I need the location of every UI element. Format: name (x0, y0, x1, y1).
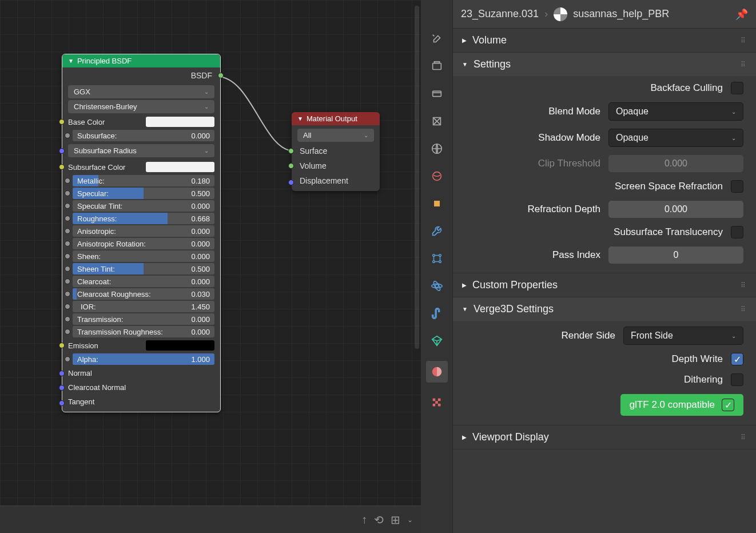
scene-icon[interactable] (429, 141, 444, 156)
particles-icon[interactable] (429, 251, 444, 266)
specular-slider[interactable]: Specular:0.500 (73, 188, 214, 199)
sss-trans-checkbox[interactable] (731, 226, 743, 238)
input-volume[interactable]: Volume (292, 158, 380, 173)
node-material-output[interactable]: ▼ Material Output All⌄ Surface Volume Di… (292, 112, 380, 191)
drag-handle-icon[interactable]: ⠿ (741, 281, 747, 289)
render-icon[interactable] (429, 59, 444, 74)
scrollbar[interactable] (415, 6, 419, 349)
arrow-up-icon[interactable]: ↑ (361, 513, 367, 526)
sheen-tint-slider[interactable]: Sheen Tint:0.500 (73, 263, 214, 275)
input-surface[interactable]: Surface (292, 144, 380, 158)
blend-mode-dropdown[interactable]: Opaque⌄ (608, 102, 743, 121)
distribution-select[interactable]: GGX⌄ (68, 85, 214, 98)
modifier-icon[interactable] (429, 224, 444, 238)
section-volume[interactable]: ▶ Volume ⠿ (453, 29, 756, 52)
sss-method-select[interactable]: Christensen-Burley⌄ (68, 100, 214, 113)
normal-row[interactable]: Normal (62, 366, 220, 380)
material-icon[interactable] (426, 361, 448, 383)
specular-tint-slider[interactable]: Specular Tint:0.000 (73, 200, 214, 212)
drag-handle-icon[interactable]: ⠿ (741, 305, 747, 313)
object-icon[interactable] (429, 196, 444, 211)
svg-rect-18 (432, 404, 435, 407)
render-side-dropdown[interactable]: Front Side⌄ (623, 327, 743, 345)
anisotropic-slider[interactable]: Anisotropic:0.000 (73, 225, 214, 237)
constraint-icon[interactable] (429, 306, 444, 321)
section-viewport-display[interactable]: ▶ Viewport Display ⠿ (453, 425, 756, 449)
ior-slider[interactable]: IOR:1.450 (73, 301, 214, 312)
node-header[interactable]: ▼ Material Output (292, 112, 380, 125)
collapse-icon[interactable]: ▼ (68, 58, 74, 64)
texture-icon[interactable] (429, 395, 444, 410)
clearcoat-rough-slider[interactable]: Clearcoat Roughness:0.030 (73, 288, 214, 300)
breadcrumb-material[interactable]: susannas_help_PBR (573, 8, 669, 20)
ssr-checkbox[interactable] (731, 180, 743, 193)
section-custom-properties[interactable]: ▶ Custom Properties ⠿ (453, 273, 756, 297)
dithering-checkbox[interactable] (731, 373, 743, 386)
drag-handle-icon[interactable]: ⠿ (741, 61, 747, 69)
chevron-down-icon: ⌄ (204, 89, 209, 95)
socket-color[interactable] (59, 119, 65, 125)
output-bsdf[interactable]: BSDF (62, 67, 220, 83)
tangent-row[interactable]: Tangent (62, 395, 220, 412)
depth-write-checkbox[interactable]: ✓ (731, 353, 743, 365)
drag-handle-icon[interactable]: ⠿ (741, 37, 747, 45)
base-color-row[interactable]: Base Color (62, 115, 220, 129)
aniso-rot-slider[interactable]: Anisotropic Rotation:0.000 (73, 238, 214, 249)
backface-culling-checkbox[interactable] (731, 82, 743, 94)
chevron-down-icon: ⌄ (204, 104, 209, 110)
clearcoat-slider[interactable]: Clearcoat:0.000 (73, 276, 214, 287)
svg-point-10 (439, 261, 441, 263)
section-settings[interactable]: ▼ Settings ⠿ (453, 53, 756, 76)
sheen-slider[interactable]: Sheen:0.000 (73, 250, 214, 262)
output-icon[interactable] (429, 86, 444, 101)
viewlayer-icon[interactable] (429, 114, 444, 129)
tool-icon[interactable] (429, 31, 444, 46)
socket-vector[interactable] (59, 148, 65, 154)
sss-color-row[interactable]: Subsurface Color (62, 160, 220, 174)
physics-icon[interactable] (429, 279, 444, 293)
drag-handle-icon[interactable]: ⠿ (741, 433, 747, 441)
target-select[interactable]: All⌄ (297, 129, 374, 142)
color-swatch[interactable] (146, 340, 214, 351)
collapse-icon[interactable]: ▼ (297, 116, 303, 122)
color-swatch[interactable] (146, 162, 214, 172)
svg-point-9 (432, 261, 435, 263)
properties-panel: 23_Suzanne.031 › susannas_help_PBR 📌 ▶ V… (421, 0, 756, 533)
snap-icon[interactable]: ⊞ (391, 513, 400, 527)
gltf-checkbox[interactable]: ✓ (722, 399, 734, 411)
refraction-depth-field[interactable]: 0.000 (608, 201, 743, 218)
sss-radius-row[interactable]: Subsurface Radius⌄ (62, 142, 220, 159)
alpha-slider[interactable]: Alpha:1.000 (73, 353, 214, 365)
emission-row[interactable]: Emission (62, 339, 220, 352)
svg-rect-15 (432, 399, 435, 401)
socket-vector[interactable] (59, 400, 65, 406)
chevron-down-icon: ⌄ (204, 148, 209, 154)
trans-rough-slider[interactable]: Transmission Roughness:0.000 (73, 326, 214, 337)
socket-color[interactable] (59, 343, 65, 348)
breadcrumb-object[interactable]: 23_Suzanne.031 (461, 8, 539, 20)
input-displacement[interactable]: Displacement (292, 173, 380, 191)
pin-icon[interactable]: 📌 (735, 8, 748, 21)
pass-index-field[interactable]: 0 (608, 246, 743, 264)
socket-vector[interactable] (59, 371, 65, 376)
color-swatch[interactable] (146, 117, 214, 127)
refresh-icon[interactable]: ⟲ (374, 513, 384, 527)
node-header[interactable]: ▼ Principled BSDF (62, 54, 220, 67)
clearcoat-normal-row[interactable]: Clearcoat Normal (62, 380, 220, 395)
metallic-slider[interactable]: Metallic:0.180 (73, 175, 214, 186)
transmission-slider[interactable]: Transmission:0.000 (73, 313, 214, 325)
subsurface-slider[interactable]: Subsurface:0.000 (73, 130, 214, 141)
node-principled-bsdf[interactable]: ▼ Principled BSDF BSDF GGX⌄ Christensen-… (62, 54, 221, 412)
socket-vector[interactable] (59, 385, 65, 391)
section-verge3d[interactable]: ▼ Verge3D Settings ⠿ (453, 297, 756, 321)
world-icon[interactable] (429, 169, 444, 184)
socket-color[interactable] (59, 164, 65, 170)
shadow-mode-dropdown[interactable]: Opaque⌄ (608, 129, 743, 147)
roughness-slider[interactable]: Roughness:0.668 (73, 213, 214, 224)
chevron-right-icon: ▶ (462, 434, 467, 440)
node-editor-toolbar: ↑ ⟲ ⊞ ⌄ (0, 506, 421, 533)
socket-bsdf-out[interactable] (218, 73, 224, 78)
node-editor[interactable]: ▼ Principled BSDF BSDF GGX⌄ Christensen-… (0, 0, 421, 533)
chevron-down-icon[interactable]: ⌄ (407, 516, 413, 524)
mesh-icon[interactable] (429, 333, 444, 348)
